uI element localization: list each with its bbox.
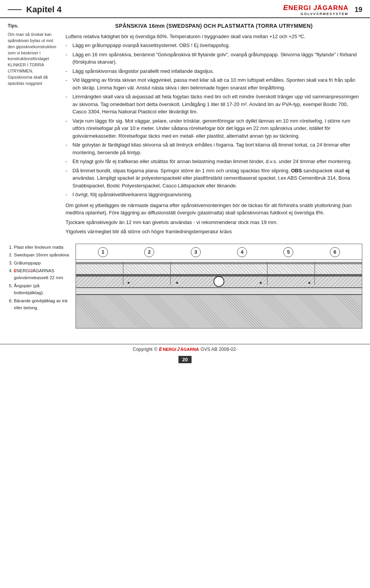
header-left: Kapitel 4 xyxy=(8,5,62,15)
footer-inner: Copyright © ENERGIJÄGARNA GVS AB 2008-02… xyxy=(133,347,237,352)
footer-brand-e: E xyxy=(159,347,162,352)
list-item-text: Ett nylagt golv får ej trafikeras eller … xyxy=(72,158,362,165)
bottom-paragraphs: Om golvet ej ytbelägges de närmaste daga… xyxy=(66,202,362,236)
list-item-text: När golvytan är färdiglagd kilas skivorn… xyxy=(72,141,362,156)
bullet-dash: - xyxy=(66,167,70,190)
list-item: Luftens relativa fuktighet bör ej överst… xyxy=(66,33,362,40)
list-item: - I övrigt, följ spånskivetillverkarens … xyxy=(66,191,362,199)
legend-list: Plast eller linoleum matta Swedspan 16mm… xyxy=(8,244,69,312)
bullet-dash: - xyxy=(66,117,70,140)
bullet-dash: - xyxy=(66,51,70,66)
num-circle-2: 2 xyxy=(144,247,154,257)
main-content: Tips. Om man så önskar kan spånskivan by… xyxy=(0,18,370,238)
list-item-text: Då limmet bundit, slipas fogarna plana. … xyxy=(72,167,362,190)
header-right: ENERGI JÄGARNA GOLVVÄRMESYSTEM 19 xyxy=(283,4,362,16)
footer-brand-j: J xyxy=(177,347,180,352)
diagram-numbers-row: 1 2 3 4 5 6 xyxy=(76,244,362,260)
tips-label: Tips. xyxy=(8,23,58,29)
page-header: Kapitel 4 ENERGI JÄGARNA GOLVVÄRMESYSTEM… xyxy=(0,0,370,18)
bottom-page-number: 20 xyxy=(178,356,192,363)
list-item-text: Lägg spånskivornas långsidor parallellt … xyxy=(72,67,362,75)
v-sep-1 xyxy=(123,262,123,285)
bottom-para-2: Tjockare spånskivegolv än 12 mm kan give… xyxy=(66,219,362,226)
bullet-dash: - xyxy=(66,42,70,49)
content-area: SPÅNSKIVA 16mm (SWEDSPAN) OCH PLASTMATTA… xyxy=(62,23,362,238)
brand-e-letter: E xyxy=(283,3,289,12)
bottom-para-1: Om golvet ej ytbelägges de närmaste daga… xyxy=(66,202,362,217)
bullet-dash: - xyxy=(66,141,70,156)
bullet-dash: - xyxy=(66,93,70,116)
footer-brand: ENERGIJÄGARNA xyxy=(159,347,199,352)
legend-item-3: Grålumppapp xyxy=(14,259,69,266)
list-item: - Limmängden skall vara så avpassad att … xyxy=(66,93,362,116)
cross-section-diagram: 1 2 3 4 5 6 xyxy=(76,244,362,329)
diagram-legend: Plast eller linoleum matta Swedspan 16mm… xyxy=(8,244,69,329)
list-item: - När golvytan är färdiglagd kilas skivo… xyxy=(66,141,362,156)
bullet-dash: - xyxy=(66,67,70,75)
page-footer: Copyright © ENERGIJÄGARNA GVS AB 2008-02… xyxy=(0,344,370,354)
list-item: - Vid läggning av första skivan mot vägg… xyxy=(66,76,362,91)
legend-item-5: Ångspärr (på bottenbjälklag). xyxy=(14,282,69,297)
tips-text: Om man så önskar kan spånskivan bytas ut… xyxy=(8,32,58,87)
num-circle-5: 5 xyxy=(283,247,293,257)
list-item-text: Lägg en grålumppapp ovanpå kassettsystem… xyxy=(72,42,362,49)
num-circle-1: 1 xyxy=(98,247,108,257)
num-circle-6: 6 xyxy=(330,247,340,257)
bullet-dash: - xyxy=(66,191,70,199)
layer-angsparre xyxy=(76,288,362,295)
list-item-text: I övrigt, följ spånskivetillverkarens lä… xyxy=(72,191,362,199)
section-title: SPÅNSKIVA 16mm (SWEDSPAN) OCH PLASTMATTA… xyxy=(66,23,362,29)
layer-container xyxy=(76,262,362,328)
brand-logo: ENERGI JÄGARNA GOLVVÄRMESYSTEM xyxy=(283,4,348,16)
list-item-text: Luftens relativa fuktighet bör ej överst… xyxy=(66,33,362,40)
screw-dot-2 xyxy=(176,282,178,284)
list-item: - Lägg spånskivornas långsidor parallell… xyxy=(66,67,362,75)
copyright-text: Copyright xyxy=(133,347,152,352)
brand-legend: E xyxy=(14,269,17,273)
sidebar: Tips. Om man så önskar kan spånskivan by… xyxy=(8,23,62,238)
v-sep-4 xyxy=(314,262,315,285)
copyright-symbol: © xyxy=(154,347,158,352)
v-sep-2 xyxy=(170,262,171,285)
list-item-text: Vid läggning av första skivan mot väggvi… xyxy=(72,76,362,91)
bullet-dash: - xyxy=(66,76,70,91)
num-circle-3: 3 xyxy=(191,247,201,257)
brand-subtitle: GOLVVÄRMESYSTEM xyxy=(301,12,348,16)
list-item: - Ett nylagt golv får ej trafikeras elle… xyxy=(66,158,362,165)
legend-item-6: Bärande golvbjälklag av trä eller betong… xyxy=(14,297,69,312)
footer-brand-agarna: ÄGARNA xyxy=(180,347,199,352)
list-item: - Då limmet bundit, slipas fogarna plana… xyxy=(66,167,362,190)
list-item: - Varje rum läggs för sig. Mot väggar, p… xyxy=(66,117,362,140)
list-item-text: Limmängden skall vara så avpassad att he… xyxy=(72,93,362,116)
bottom-para-3: Ytgolvets värmegbet blir då större och h… xyxy=(66,228,362,236)
bottom-page-num-container: 20 xyxy=(0,356,370,367)
brand-name-top: ENERGI JÄGARNA xyxy=(283,4,348,12)
list-item-text: Varje rum läggs för sig. Mot väggar, pel… xyxy=(72,117,362,140)
num-circle-4: 4 xyxy=(237,247,247,257)
footer-suffix: GVS AB 2008-02- xyxy=(200,347,237,352)
instructions-list: Luftens relativa fuktighet bör ej överst… xyxy=(66,33,362,199)
legend-item-2: Swedspan 16mm spånskiva xyxy=(14,251,69,258)
layer-betong xyxy=(76,295,362,328)
list-item-text: Lägg en 16 mm spånskiva, benämnd "Golvsp… xyxy=(72,51,362,66)
page-container: Kapitel 4 ENERGI JÄGARNA GOLVVÄRMESYSTEM… xyxy=(0,0,370,588)
diagram-section: Plast eller linoleum matta Swedspan 16mm… xyxy=(0,244,370,329)
layer-spanskiva xyxy=(76,264,362,275)
bullet-dash: - xyxy=(66,158,70,165)
brand-jagarna: J xyxy=(313,4,317,12)
chapter-title: Kapitel 4 xyxy=(26,5,62,15)
page-number: 19 xyxy=(355,6,362,14)
legend-item-1: Plast eller linoleum matta xyxy=(14,244,69,251)
list-item: - Lägg en grålumppapp ovanpå kassettsyst… xyxy=(66,42,362,49)
v-sep-3 xyxy=(267,262,267,285)
legend-item-4: ENERGIJÄGARNASgolvvärmekassett 22 mm xyxy=(14,267,69,281)
pipe-circle xyxy=(214,276,224,287)
header-line xyxy=(8,9,22,10)
footer-brand-name: NERGI xyxy=(163,347,177,352)
list-item: - Lägg en 16 mm spånskiva, benämnd "Golv… xyxy=(66,51,362,66)
brand-name-text: NERGI xyxy=(288,4,311,12)
screw-dot-1 xyxy=(128,282,130,284)
